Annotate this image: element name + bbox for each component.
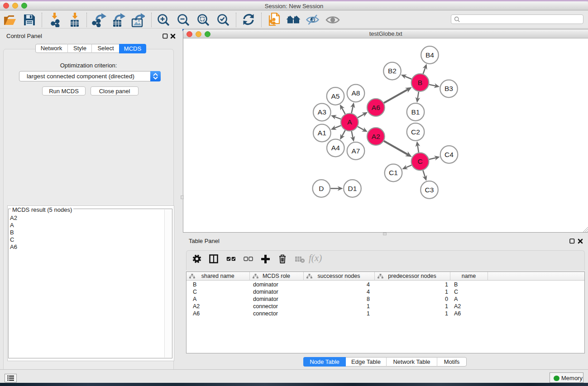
- svg-text:C4: C4: [445, 150, 454, 158]
- svg-text:C2: C2: [411, 128, 420, 135]
- svg-text:B1: B1: [411, 108, 420, 115]
- svg-text:C: C: [417, 157, 422, 165]
- svg-text:A8: A8: [351, 89, 360, 97]
- svg-text:B4: B4: [425, 51, 434, 58]
- svg-text:B2: B2: [388, 67, 397, 75]
- svg-text:D: D: [319, 184, 324, 192]
- svg-text:A5: A5: [331, 92, 339, 100]
- svg-text:A1: A1: [317, 129, 326, 137]
- svg-text:A4: A4: [331, 144, 339, 152]
- svg-text:B3: B3: [445, 85, 453, 92]
- svg-text:A6: A6: [371, 103, 380, 111]
- svg-text:A: A: [347, 118, 352, 126]
- svg-text:B: B: [417, 78, 422, 86]
- svg-text:A2: A2: [371, 132, 380, 140]
- svg-text:A3: A3: [317, 108, 326, 116]
- svg-text:f(x): f(x): [309, 253, 322, 263]
- svg-text:C1: C1: [389, 169, 398, 176]
- svg-text:A7: A7: [351, 147, 360, 154]
- svg-text:D1: D1: [348, 184, 357, 192]
- svg-text:C3: C3: [425, 186, 434, 193]
